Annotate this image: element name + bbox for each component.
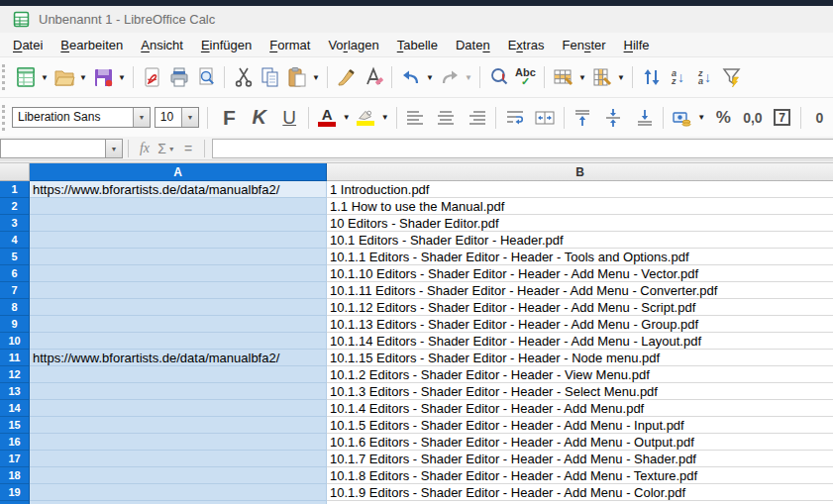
center-vertically-button[interactable]	[600, 104, 627, 132]
cell-B10[interactable]: 10.1.14 Editors - Shader Editor - Header…	[327, 333, 833, 350]
highlight-color-dropdown[interactable]: ▼	[379, 104, 391, 132]
equals-button[interactable]: =	[177, 139, 199, 158]
menu-item-datei[interactable]: Datei	[4, 35, 52, 55]
sort-ascending-button[interactable]: az ↓	[665, 63, 691, 91]
cell-A2[interactable]	[30, 198, 327, 215]
cell-A1[interactable]: https://www.bforartists.de/data/manualbf…	[30, 181, 327, 198]
cell-A8[interactable]	[30, 299, 327, 316]
redo-button[interactable]	[436, 63, 463, 91]
cell-B11[interactable]: 10.1.15 Editors - Shader Editor - Header…	[327, 350, 833, 366]
cell-B4[interactable]: 10.1 Editors - Shader Editor - Header.pd…	[327, 232, 833, 249]
insert-rows-dropdown[interactable]: ▼	[576, 63, 588, 91]
cell-A11[interactable]: https://www.bforartists.de/data/manualbf…	[30, 350, 327, 366]
font-color-dropdown[interactable]: ▼	[341, 104, 353, 132]
cell-B6[interactable]: 10.1.10 Editors - Shader Editor - Header…	[327, 265, 833, 282]
cell-A19[interactable]	[30, 484, 327, 501]
menu-item-bearbeiten[interactable]: Bearbeiten	[52, 35, 132, 55]
open-button[interactable]	[51, 63, 77, 91]
autofilter-button[interactable]	[718, 63, 745, 91]
save-dropdown[interactable]: ▼	[116, 63, 128, 91]
menu-item-tabelle[interactable]: Tabelle	[388, 35, 447, 55]
menu-item-extras[interactable]: Extras	[499, 35, 554, 55]
cell-B9[interactable]: 10.1.13 Editors - Shader Editor - Header…	[327, 316, 833, 333]
save-button[interactable]	[89, 63, 116, 91]
align-center-button[interactable]	[433, 104, 460, 132]
menu-item-format[interactable]: Format	[260, 35, 319, 55]
undo-dropdown[interactable]: ▼	[424, 63, 436, 91]
menu-item-daten[interactable]: Daten	[447, 35, 499, 55]
cell-B12[interactable]: 10.1.2 Editors - Shader Editor - Header …	[327, 366, 833, 383]
function-wizard-button[interactable]: fx	[134, 139, 156, 158]
align-bottom-button[interactable]	[631, 104, 658, 132]
cell-B13[interactable]: 10.1.3 Editors - Shader Editor - Header …	[327, 383, 833, 400]
wrap-text-button[interactable]	[501, 104, 528, 132]
font-size-dropdown[interactable]: ▼	[181, 108, 198, 127]
sum-dropdown[interactable]: ▼	[168, 146, 175, 152]
cell-A13[interactable]	[30, 383, 327, 400]
row-header-15[interactable]: 15	[0, 417, 30, 434]
redo-dropdown[interactable]: ▼	[463, 63, 474, 91]
menu-item-vorlagen[interactable]: Vorlagen	[319, 35, 387, 55]
cell-A6[interactable]	[30, 265, 327, 282]
formula-input-line[interactable]	[212, 139, 833, 158]
copy-button[interactable]	[257, 63, 283, 91]
paste-button[interactable]	[283, 63, 310, 91]
font-name-combobox[interactable]: Liberation Sans ▼	[12, 107, 151, 128]
row-header-10[interactable]: 10	[0, 333, 30, 350]
cell-A5[interactable]	[30, 249, 327, 265]
cell-A15[interactable]	[30, 417, 327, 434]
paste-dropdown[interactable]: ▼	[310, 63, 322, 91]
row-header-19[interactable]: 19	[0, 484, 30, 501]
row-header-1[interactable]: 1	[0, 181, 30, 198]
open-dropdown[interactable]: ▼	[77, 63, 89, 91]
name-box-dropdown[interactable]: ▼	[105, 139, 123, 158]
find-replace-button[interactable]	[485, 63, 512, 91]
align-left-button[interactable]	[402, 104, 429, 132]
align-top-button[interactable]	[570, 104, 596, 132]
insert-columns-button[interactable]	[588, 63, 615, 91]
row-header-17[interactable]: 17	[0, 451, 30, 467]
name-box[interactable]: ▼	[0, 139, 123, 158]
align-right-button[interactable]	[464, 104, 490, 132]
toolbar-grip[interactable]	[2, 64, 9, 90]
format-currency-dropdown[interactable]: ▼	[695, 104, 707, 132]
sum-button[interactable]: Σ ▼	[156, 139, 177, 158]
row-header-18[interactable]: 18	[0, 467, 30, 484]
cell-A4[interactable]	[30, 232, 327, 249]
sort-descending-button[interactable]: za ↓	[691, 63, 718, 91]
cell-B15[interactable]: 10.1.5 Editors - Shader Editor - Header …	[327, 417, 833, 434]
row-header-14[interactable]: 14	[0, 400, 30, 417]
cut-button[interactable]	[230, 63, 257, 91]
row-header-13[interactable]: 13	[0, 383, 30, 400]
insert-columns-dropdown[interactable]: ▼	[615, 63, 627, 91]
column-header-A[interactable]: A	[30, 163, 327, 181]
cell-A7[interactable]	[30, 282, 327, 299]
font-name-dropdown[interactable]: ▼	[133, 108, 150, 127]
spelling-button[interactable]: Abc ✓	[512, 63, 539, 91]
row-header-5[interactable]: 5	[0, 249, 30, 265]
cell-B16[interactable]: 10.1.6 Editors - Shader Editor - Header …	[327, 434, 833, 451]
clear-formatting-button[interactable]	[360, 63, 386, 91]
format-number-button[interactable]: 0,0	[739, 104, 766, 132]
row-header-3[interactable]: 3	[0, 215, 30, 232]
cell-A12[interactable]	[30, 366, 327, 383]
cell-A16[interactable]	[30, 434, 327, 451]
row-header-12[interactable]: 12	[0, 366, 30, 383]
cell-A18[interactable]	[30, 467, 327, 484]
cell-A17[interactable]	[30, 451, 327, 467]
cell-B19[interactable]: 10.1.9 Editors - Shader Editor - Header …	[327, 484, 833, 501]
highlight-color-button[interactable]	[353, 104, 379, 132]
merge-cells-button[interactable]	[532, 104, 559, 132]
toolbar-grip[interactable]	[2, 105, 9, 131]
row-header-2[interactable]: 2	[0, 198, 30, 215]
clone-formatting-button[interactable]	[333, 63, 360, 91]
font-size-combobox[interactable]: 10 ▼	[155, 107, 199, 128]
add-decimal-button-partial[interactable]: 0	[806, 104, 833, 132]
menu-item-einfügen[interactable]: Einfügen	[192, 35, 260, 55]
menu-item-ansicht[interactable]: Ansicht	[132, 35, 192, 55]
format-currency-button[interactable]	[669, 104, 695, 132]
undo-button[interactable]	[397, 63, 424, 91]
name-box-input[interactable]	[0, 139, 105, 158]
cell-A10[interactable]	[30, 333, 327, 350]
format-date-button[interactable]: 7	[769, 104, 795, 132]
